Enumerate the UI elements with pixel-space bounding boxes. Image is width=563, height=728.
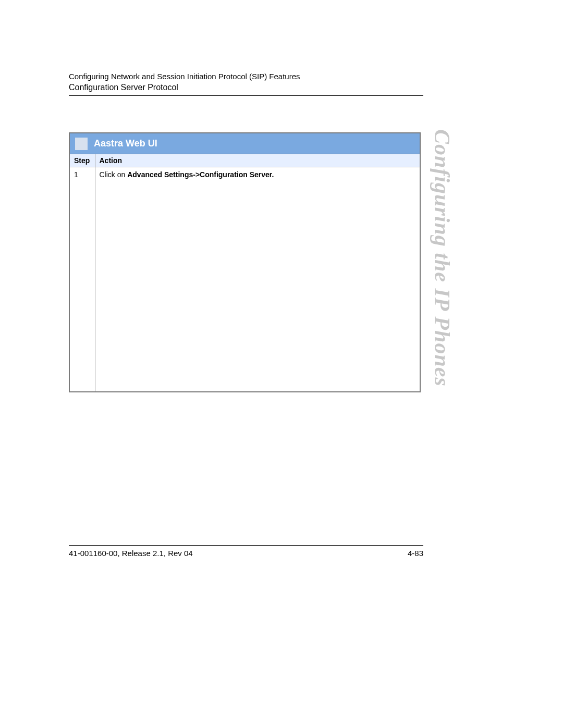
instruction-box: Aastra Web UI Step Action 1 Click on Adv… — [69, 132, 421, 392]
column-header-action: Action — [95, 154, 420, 167]
box-titlebar: Aastra Web UI — [70, 133, 420, 154]
box-title-icon — [75, 138, 88, 150]
header-divider — [69, 95, 423, 96]
footer-page-number: 4-83 — [408, 549, 423, 558]
column-header-step: Step — [70, 154, 95, 167]
step-number: 1 — [70, 167, 95, 391]
footer-divider — [69, 545, 423, 546]
steps-table: Step Action 1 Click on Advanced Settings… — [70, 154, 420, 391]
header-section: Configuration Server Protocol — [69, 83, 423, 92]
action-prefix: Click on — [100, 170, 128, 179]
box-title: Aastra Web UI — [94, 138, 157, 149]
page-footer: 41-001160-00, Release 2.1, Rev 04 4-83 — [69, 545, 423, 558]
step-action: Click on Advanced Settings->Configuratio… — [95, 167, 420, 391]
footer-doc-id: 41-001160-00, Release 2.1, Rev 04 — [69, 549, 193, 558]
side-chapter-label: Configuring the IP Phones — [430, 129, 455, 387]
action-bold: Advanced Settings->Configuration Server. — [127, 170, 274, 179]
header-chapter: Configuring Network and Session Initiati… — [69, 72, 423, 81]
table-row: 1 Click on Advanced Settings->Configurat… — [70, 167, 420, 391]
